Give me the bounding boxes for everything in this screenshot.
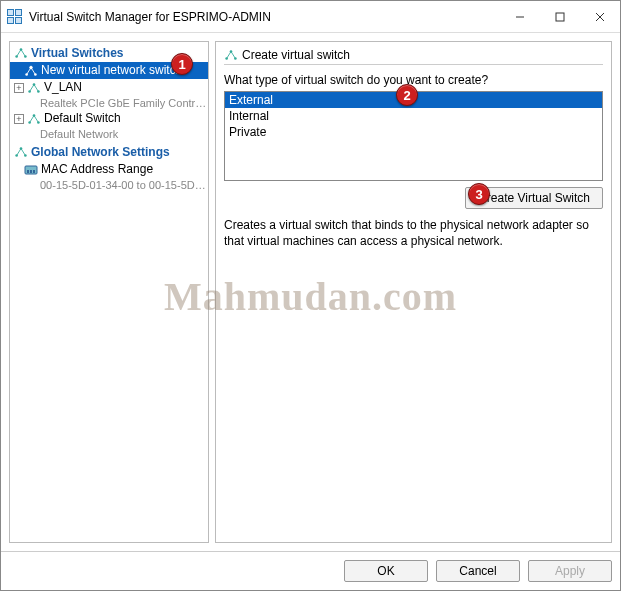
- tree-item-label: MAC Address Range: [41, 162, 153, 177]
- prompt-text: What type of virtual switch do you want …: [224, 73, 603, 87]
- tree-header-label: Global Network Settings: [31, 145, 170, 159]
- tree-item-vlan-desc: Realtek PCIe GbE Family Controller: [10, 96, 208, 110]
- tree-item-label: New virtual network switch: [41, 63, 182, 78]
- minimize-button[interactable]: [500, 1, 540, 33]
- svg-line-27: [17, 149, 21, 156]
- network-icon: [27, 82, 41, 94]
- svg-rect-1: [556, 13, 564, 21]
- content-panel: Create virtual switch What type of virtu…: [215, 41, 612, 543]
- svg-line-37: [231, 52, 235, 59]
- tree-item-mac-desc: 00-15-5D-01-34-00 to 00-15-5D-0...: [10, 178, 208, 192]
- svg-rect-31: [30, 170, 32, 173]
- expand-icon[interactable]: +: [14, 114, 24, 124]
- window-title: Virtual Switch Manager for ESPRIMO-ADMIN: [29, 10, 500, 24]
- tree-header-label: Virtual Switches: [31, 46, 123, 60]
- svg-line-7: [17, 50, 21, 57]
- hub-icon: [14, 146, 28, 158]
- expand-icon[interactable]: +: [14, 83, 24, 93]
- description-text: Creates a virtual switch that binds to t…: [224, 217, 603, 249]
- svg-line-28: [21, 149, 25, 156]
- option-private[interactable]: Private: [225, 124, 602, 140]
- tree-item-default-desc: Default Network: [10, 127, 208, 141]
- svg-line-8: [21, 50, 25, 57]
- tree-item-mac-range[interactable]: MAC Address Range: [10, 161, 208, 178]
- ok-button[interactable]: OK: [344, 560, 428, 582]
- tree-item-vlan[interactable]: + V_LAN: [10, 79, 208, 96]
- network-icon: [224, 49, 238, 61]
- close-button[interactable]: [580, 1, 620, 33]
- tree-item-label: Default Switch: [44, 111, 121, 126]
- svg-line-13: [31, 67, 35, 74]
- navigation-tree: Virtual Switches New virtual network swi…: [9, 41, 209, 543]
- option-internal[interactable]: Internal: [225, 108, 602, 124]
- switch-type-listbox[interactable]: External Internal Private: [224, 91, 603, 181]
- cancel-button[interactable]: Cancel: [436, 560, 520, 582]
- annotation-badge-2: 2: [396, 84, 418, 106]
- svg-line-36: [227, 52, 231, 59]
- tree-item-label: V_LAN: [44, 80, 82, 95]
- svg-line-18: [34, 84, 38, 91]
- network-icon: [27, 113, 41, 125]
- svg-line-17: [30, 84, 34, 91]
- nic-icon: [24, 164, 38, 176]
- svg-rect-32: [33, 170, 35, 173]
- network-icon: [24, 65, 38, 77]
- svg-line-22: [30, 115, 34, 122]
- hub-icon: [14, 47, 28, 59]
- panel-heading: Create virtual switch: [242, 48, 350, 62]
- app-icon: [7, 9, 23, 25]
- annotation-badge-1: 1: [171, 53, 193, 75]
- svg-line-23: [34, 115, 38, 122]
- apply-button[interactable]: Apply: [528, 560, 612, 582]
- svg-rect-30: [27, 170, 29, 173]
- tree-item-default-switch[interactable]: + Default Switch: [10, 110, 208, 127]
- svg-line-12: [27, 67, 31, 74]
- maximize-button[interactable]: [540, 1, 580, 33]
- annotation-badge-3: 3: [468, 183, 490, 205]
- tree-section-global-settings[interactable]: Global Network Settings: [10, 141, 208, 161]
- titlebar: Virtual Switch Manager for ESPRIMO-ADMIN: [1, 1, 620, 33]
- dialog-footer: OK Cancel Apply: [1, 551, 620, 590]
